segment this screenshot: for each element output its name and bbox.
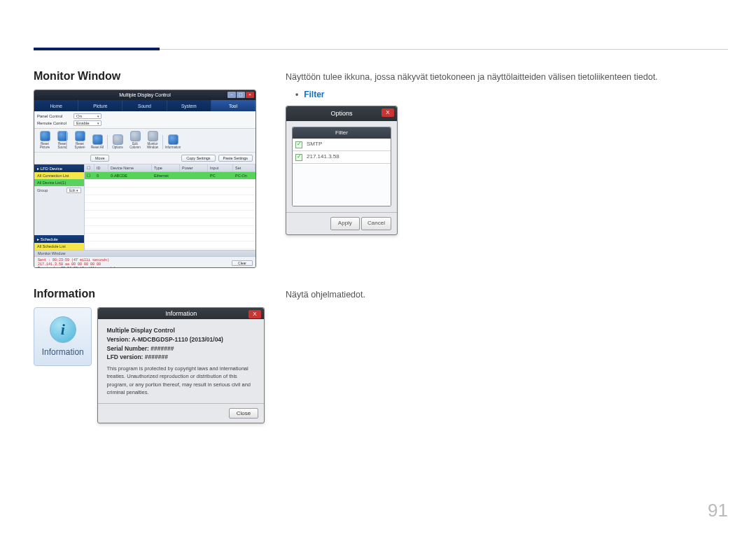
- grid-header: ☐ ID Device Name Type Power Input Set: [85, 164, 255, 172]
- sidebar-lfd-header[interactable]: ▸ LFD Device: [34, 164, 84, 172]
- sidebar-all-device-list[interactable]: All Device List(1): [34, 179, 84, 186]
- mdc-device-grid: ☐ ID Device Name Type Power Input Set ☐ …: [85, 164, 255, 250]
- information-icon-box[interactable]: i Information: [34, 307, 92, 366]
- mdc-tabs: Home Picture Sound System Tool: [34, 100, 255, 111]
- info-icon: i: [50, 316, 76, 343]
- filter-ip-label: 217.141.3.58: [307, 153, 340, 162]
- information-dialog: Information X Multiple Display Control V…: [97, 307, 265, 423]
- page-content: Monitor Window Multiple Display Control …: [34, 70, 728, 506]
- tool-reset-picture[interactable]: Reset Picture: [37, 131, 52, 149]
- monitor-log: Sent : 00:23:59 (47 milli seconds) 217.1…: [34, 257, 255, 268]
- monitor-buttons: Clear Export Filter: [232, 260, 253, 268]
- filter-box: Filter ✓ SMTP ✓ 217.141.3.58: [292, 127, 391, 206]
- tool-edit-column[interactable]: Edit Column: [127, 131, 143, 149]
- col-id[interactable]: ID: [94, 164, 108, 171]
- filter-box-title: Filter: [293, 127, 391, 139]
- sidebar-schedule-header[interactable]: ▸ Schedule: [34, 235, 84, 243]
- monitor-window-row: Monitor Window Multiple Display Control …: [34, 70, 728, 268]
- filter-row-ip[interactable]: ✓ 217.141.3.58: [293, 151, 391, 164]
- monitor-window-header: Monitor Window: [34, 251, 255, 257]
- close-button[interactable]: Close: [229, 408, 258, 419]
- filter-bullet-label: Filter: [295, 88, 728, 101]
- mdc-settings-row: Panel Control On Remote Control Enable: [34, 111, 255, 129]
- tool-information[interactable]: Information: [165, 134, 181, 149]
- col-type[interactable]: Type: [152, 164, 180, 171]
- tab-system[interactable]: System: [167, 100, 211, 111]
- sidebar-all-schedule-list[interactable]: All Schedule List: [34, 243, 84, 250]
- tab-picture[interactable]: Picture: [78, 100, 122, 111]
- information-icon-label: Information: [42, 347, 84, 357]
- monitor-window-heading: Monitor Window: [34, 70, 265, 83]
- info-serial: Serial Number: #######: [106, 344, 255, 353]
- grid-row-selected[interactable]: ☐ 0 0-ABCDE Ethernet PC PC-On: [85, 172, 255, 180]
- close-icon[interactable]: X: [382, 108, 394, 117]
- options-dialog-footer: Apply Cancel: [286, 212, 397, 234]
- header-accent-bar: [34, 48, 160, 50]
- filter-empty-area: [293, 164, 391, 206]
- information-dialog-body: Multiple Display Control Version: A-MDCB…: [98, 319, 264, 403]
- tool-monitor-window[interactable]: Monitor Window: [145, 131, 160, 149]
- col-input[interactable]: Input: [208, 164, 233, 171]
- close-icon[interactable]: ×: [246, 92, 254, 98]
- apply-button[interactable]: Apply: [330, 217, 360, 230]
- info-program-name: Multiple Display Control: [106, 326, 255, 335]
- maximize-icon[interactable]: ▢: [237, 92, 245, 98]
- tool-reset-all[interactable]: Reset All: [90, 134, 105, 149]
- monitor-window-panel: Monitor Window Sent : 00:23:59 (47 milli…: [34, 250, 255, 268]
- tab-sound[interactable]: Sound: [122, 100, 167, 111]
- sidebar-all-connection-list[interactable]: All Connection List: [34, 172, 84, 179]
- header-divider: [160, 49, 728, 50]
- tool-options[interactable]: Options: [110, 134, 125, 149]
- info-version: Version: A-MDCBGDSP-1110 (2013/01/04): [106, 335, 255, 344]
- monitor-clear-button[interactable]: Clear: [232, 260, 253, 266]
- checkbox-checked-icon[interactable]: ✓: [295, 154, 302, 161]
- tool-reset-system[interactable]: Reset System: [72, 131, 88, 149]
- close-icon[interactable]: X: [248, 310, 261, 318]
- paste-settings-button[interactable]: Paste Settings: [218, 155, 253, 162]
- tool-reset-sound[interactable]: Reset Sound: [55, 131, 70, 149]
- cancel-button[interactable]: Cancel: [361, 217, 391, 230]
- panel-control-select[interactable]: On: [74, 113, 102, 119]
- monitor-export-button[interactable]: Export: [232, 267, 253, 268]
- move-button[interactable]: Move: [90, 155, 109, 162]
- information-row: Information i Information Information X …: [34, 288, 728, 423]
- panel-control-label: Panel Control: [37, 114, 71, 118]
- page-number: 91: [708, 500, 728, 521]
- sidebar-group-edit[interactable]: Edit ▾: [66, 188, 81, 193]
- sidebar-group[interactable]: Group Edit ▾: [34, 186, 84, 195]
- information-dialog-footer: Close: [98, 403, 264, 423]
- sidebar-group-label: Group: [37, 188, 48, 192]
- col-device-name[interactable]: Device Name: [108, 164, 152, 171]
- log-recv-line: Received : 00:24:00 (0 milli seconds): [38, 267, 252, 268]
- checkbox-checked-icon[interactable]: ✓: [295, 141, 302, 148]
- monitor-window-description: Näyttöön tulee ikkuna, jossa näkyvät tie…: [286, 70, 728, 84]
- tab-tool[interactable]: Tool: [211, 100, 255, 111]
- options-dialog-title: Options X: [286, 106, 397, 120]
- mdc-titlebar: Multiple Display Control – ▢ ×: [34, 90, 255, 100]
- remote-control-select[interactable]: Enable: [74, 120, 102, 126]
- filter-smtp-label: SMTP: [307, 140, 322, 149]
- info-lfd-version: LFD version: #######: [106, 353, 255, 362]
- col-power[interactable]: Power: [180, 164, 208, 171]
- info-legal-text: This program is protected by copyright l…: [106, 365, 255, 396]
- grid-empty-rows: [85, 180, 255, 249]
- minimize-icon[interactable]: –: [227, 92, 236, 98]
- mdc-sidebar: ▸ LFD Device All Connection List All Dev…: [34, 164, 85, 250]
- filter-row-smtp[interactable]: ✓ SMTP: [293, 139, 391, 151]
- window-controls: – ▢ ×: [227, 92, 254, 98]
- remote-control-label: Remote Control: [37, 121, 71, 125]
- tab-home[interactable]: Home: [34, 100, 78, 111]
- mdc-app-window: Multiple Display Control – ▢ × Home Pict…: [34, 90, 256, 268]
- options-dialog: Options X Filter ✓ SMTP ✓ 217.141.3.58: [286, 106, 398, 235]
- information-dialog-title: Information X: [98, 308, 264, 319]
- col-setting[interactable]: Set: [233, 164, 255, 171]
- mdc-icon-toolbar: Reset Picture Reset Sound Reset System R…: [34, 129, 255, 153]
- col-checkbox[interactable]: ☐: [85, 164, 94, 171]
- mdc-title-text: Multiple Display Control: [119, 92, 171, 97]
- information-heading: Information: [34, 288, 265, 300]
- information-description: Näytä ohjelmatiedot.: [286, 288, 728, 302]
- mdc-copy-row: Move Copy Settings Paste Settings: [34, 153, 255, 164]
- copy-settings-button[interactable]: Copy Settings: [181, 155, 215, 162]
